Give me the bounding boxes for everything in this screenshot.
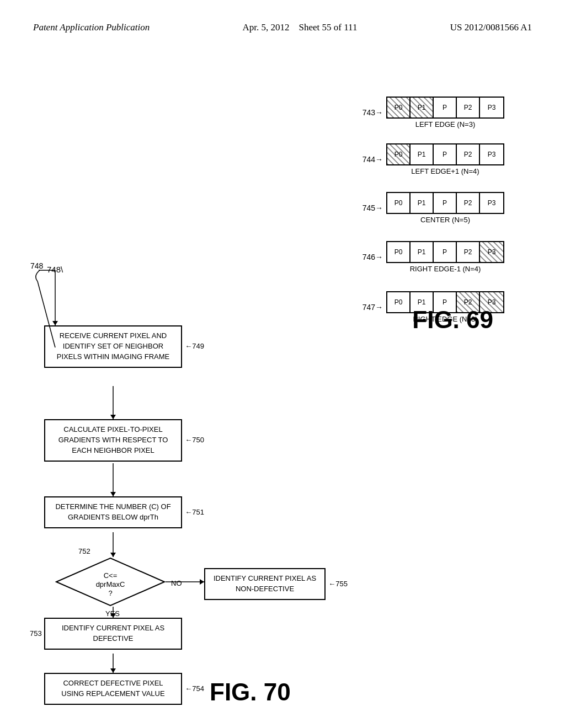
diagram-746-caption: RIGHT EDGE-1 (N=4): [386, 265, 504, 273]
cell-p: P: [434, 242, 457, 262]
svg-text:C<=: C<=: [104, 571, 118, 580]
ref-754: ←754: [185, 683, 204, 694]
fig-69-label: FIG. 69: [412, 306, 493, 334]
cell-p0: P0: [387, 242, 411, 262]
cell-p2: P2: [457, 144, 480, 164]
cell-p: P: [434, 98, 457, 117]
flowbox-755-text: IDENTIFY CURRENT PIXEL AS NON-DEFECTIVE: [214, 574, 316, 593]
svg-marker-9: [110, 492, 116, 496]
cell-p0: P0: [387, 98, 411, 117]
cell-p2: P2: [457, 193, 480, 213]
ref-746: 746→: [363, 253, 383, 261]
diagram-743-caption: LEFT EDGE (N=3): [386, 120, 504, 129]
cell-p0: P0: [387, 292, 411, 312]
cell-p: P: [434, 144, 457, 164]
ref-753: 753: [30, 628, 42, 639]
flowbox-753-text: IDENTIFY CURRENT PIXEL AS DEFECTIVE: [62, 624, 164, 643]
ref-751: ←751: [185, 507, 204, 517]
svg-marker-17: [110, 668, 116, 673]
pixel-grid-744: P0 P1 P P2 P3: [386, 143, 504, 165]
flowbox-753: IDENTIFY CURRENT PIXEL AS DEFECTIVE 753: [44, 618, 182, 650]
pixel-grid-743: P0 P1 P P2 P3: [386, 97, 504, 119]
ref-755: ←755: [328, 579, 348, 589]
cell-p2: P2: [457, 242, 480, 262]
ref-745: 745→: [363, 204, 383, 212]
pixel-grid-745: P0 P1 P P2 P3: [386, 192, 504, 214]
header-publication: Patent Application Publication: [33, 22, 150, 33]
cell-p3: P3: [480, 144, 503, 164]
flowbox-749: RECEIVE CURRENT PIXEL AND IDENTIFY SET O…: [44, 325, 182, 368]
cell-p3: P3: [480, 98, 503, 117]
ref-752: 752: [78, 547, 90, 555]
fig-70-label: FIG. 70: [210, 678, 291, 706]
flowbox-751: DETERMINE THE NUMBER (C) OF GRADIENTS BE…: [44, 496, 182, 528]
svg-marker-11: [110, 553, 116, 557]
svg-marker-15: [200, 579, 204, 585]
flowbox-754: CORRECT DEFECTIVE PIXEL USING REPLACEMEN…: [44, 673, 182, 705]
ref-748: 748\: [47, 265, 63, 274]
diagram-744: 744→ P0 P1 P P2 P3 LEFT EDGE+1 (N=4): [363, 143, 504, 175]
no-label: NO: [171, 579, 182, 587]
cell-p1: P1: [411, 144, 434, 164]
header-date-sheet: Apr. 5, 2012 Sheet 55 of 111: [243, 22, 358, 33]
cell-p2: P2: [457, 98, 480, 117]
flowbox-750-text: CALCULATE PIXEL-TO-PIXEL GRADIENTS WITH …: [58, 425, 168, 454]
ref-750: ←750: [185, 435, 204, 446]
cell-p: P: [434, 193, 457, 213]
ref-749: ←749: [185, 341, 204, 352]
ref-744: 744→: [363, 155, 383, 164]
svg-text:748: 748: [30, 261, 44, 270]
diamond-752: C<= dprMaxC ? 752: [55, 557, 166, 607]
diagram-743: 743→ P0 P1 P P2 P3 LEFT EDGE (N=3): [363, 97, 504, 129]
cell-p1: P1: [411, 242, 434, 262]
cell-p3: P3: [480, 242, 503, 262]
yes-label: YES: [105, 609, 120, 618]
flowbox-754-text: CORRECT DEFECTIVE PIXEL USING REPLACEMEN…: [61, 679, 164, 698]
flowbox-755: IDENTIFY CURRENT PIXEL AS NON-DEFECTIVE …: [204, 568, 326, 600]
cell-p1: P1: [411, 98, 434, 117]
flowbox-750: CALCULATE PIXEL-TO-PIXEL GRADIENTS WITH …: [44, 419, 182, 462]
pixel-grid-746: P0 P1 P P2 P3: [386, 241, 504, 263]
ref-747: 747→: [363, 303, 383, 312]
flowbox-751-text: DETERMINE THE NUMBER (C) OF GRADIENTS BE…: [55, 502, 170, 521]
diagram-745: 745→ P0 P1 P P2 P3 CENTER (N=5): [363, 192, 504, 224]
ref-743: 743→: [363, 108, 383, 117]
cell-p0: P0: [387, 144, 411, 164]
flowbox-749-text: RECEIVE CURRENT PIXEL AND IDENTIFY SET O…: [57, 331, 169, 361]
svg-marker-7: [110, 415, 116, 419]
header-patent-number: US 2012/0081566 A1: [450, 22, 532, 33]
diagram-744-caption: LEFT EDGE+1 (N=4): [386, 167, 504, 175]
diagram-745-caption: CENTER (N=5): [386, 216, 504, 224]
cell-p0: P0: [387, 193, 411, 213]
diagram-746: 746→ P0 P1 P P2 P3 RIGHT EDGE-1 (N=4): [363, 241, 504, 273]
svg-text:dprMaxC: dprMaxC: [96, 580, 125, 588]
cell-p3: P3: [480, 193, 503, 213]
svg-text:?: ?: [108, 589, 112, 597]
cell-p1: P1: [411, 193, 434, 213]
svg-marker-5: [52, 321, 58, 325]
